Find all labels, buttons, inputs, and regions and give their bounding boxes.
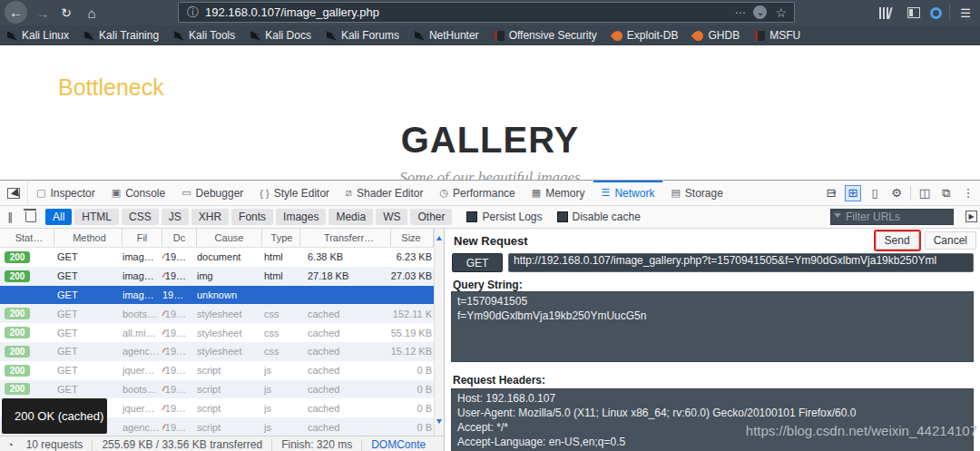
table-row[interactable]: 200GETimag…∕19…documenthtml6.38 KB6.23 K…: [0, 248, 444, 267]
bookmark-kali-forums[interactable]: Kali Forums: [327, 29, 399, 42]
table-row[interactable]: 200GETall.mi…∕19…stylesheetcsscached55.1…: [0, 323, 444, 342]
request-list-scrollbar[interactable]: [434, 229, 444, 436]
filter-chip-xhr[interactable]: XHR: [191, 209, 229, 225]
sidebars-button[interactable]: [904, 0, 924, 25]
domain-cell: ∕19…: [162, 380, 197, 399]
pick-element-button[interactable]: [0, 181, 28, 205]
persist-logs-toggle[interactable]: Persist Logs: [466, 211, 542, 223]
table-row[interactable]: 200GETimag…∕19…imghtml27.18 KB27.03 KB: [0, 267, 444, 286]
dock-to-bottom-button[interactable]: ⊟▾: [823, 185, 839, 201]
bookmark-offensive-security[interactable]: Offensive Security: [495, 29, 597, 42]
column-header-stat[interactable]: Stat…: [0, 229, 54, 247]
column-header-method[interactable]: Method: [54, 229, 122, 247]
send-button[interactable]: Send: [876, 231, 919, 250]
address-bar[interactable]: ⓘ 192.168.0.107/image_gallery.php ⋯ ⌄ ☆: [178, 2, 795, 23]
site-info-icon[interactable]: ⓘ: [187, 5, 199, 21]
query-string-textarea[interactable]: t=1570941505f=Ym90dGxlbmVja19kb250YmUucG…: [451, 291, 974, 362]
filter-chip-css[interactable]: CSS: [122, 209, 159, 225]
size-cell: 6.23 KB: [391, 248, 434, 267]
bookmark-kali-docs[interactable]: Kali Docs: [250, 29, 311, 42]
request-url-input[interactable]: http://192.168.0.107/image_gallery.php?t…: [508, 253, 974, 272]
tab-inspector[interactable]: ▢Inspector: [28, 181, 103, 205]
table-row[interactable]: 200GETagenc…∕19…stylesheetcsscached15.12…: [0, 342, 444, 361]
method-input[interactable]: GET: [452, 253, 503, 272]
bookmark-nethunter[interactable]: NetHunter: [415, 29, 479, 42]
site-brand-link[interactable]: Bottleneck: [58, 74, 164, 101]
library-button[interactable]: [876, 0, 896, 25]
bookmark-ghdb[interactable]: GHDB: [693, 29, 740, 42]
performance-analysis-button[interactable]: ◔: [0, 439, 17, 451]
column-header-transferr[interactable]: Transferr…: [300, 229, 391, 247]
request-headers-textarea[interactable]: Host: 192.168.0.107User-Agent: Mozilla/5…: [451, 388, 974, 451]
tab-network[interactable]: ☰Network: [593, 181, 663, 205]
file-cell: imag…: [122, 267, 162, 286]
status-cell: 200: [0, 323, 54, 342]
devtools-settings-button[interactable]: ⚙: [888, 185, 905, 201]
memory-icon: ▦: [532, 187, 541, 199]
column-header-cause[interactable]: Cause: [197, 229, 262, 247]
tab-style-editor[interactable]: { }Style Editor: [251, 181, 338, 205]
extension-button[interactable]: [926, 0, 946, 25]
table-row[interactable]: 200GETboots…∕19…stylesheetcsscached152.1…: [0, 304, 444, 323]
insecure-icon: ∕: [162, 346, 164, 357]
status-badge: 200: [5, 308, 30, 319]
filter-chip-fonts[interactable]: Fonts: [231, 209, 273, 225]
tab-memory[interactable]: ▦Memory: [524, 181, 593, 205]
table-row[interactable]: 200GETboots…∕19…scriptjscached0 B: [0, 380, 444, 399]
scroll-up-icon[interactable]: [436, 233, 442, 240]
type-cell: html: [262, 248, 300, 267]
bookmark-label: Kali Docs: [265, 29, 311, 42]
table-row[interactable]: 200GETjquer…∕19…scriptjscached0 B: [0, 361, 444, 380]
tab-performance[interactable]: ◷Performance: [431, 181, 523, 205]
column-header-dc[interactable]: Dc: [162, 229, 197, 247]
filter-chip-html[interactable]: HTML: [74, 209, 119, 225]
bookmark-star-icon[interactable]: ☆: [775, 5, 787, 20]
bookmark-msfu[interactable]: MSFU: [755, 29, 800, 42]
reload-button[interactable]: ↻: [56, 0, 76, 25]
method-cell: GET: [54, 380, 122, 399]
meatball-menu-button[interactable]: ⋮: [960, 185, 976, 201]
disable-cache-checkbox[interactable]: [557, 211, 568, 222]
bookmark-kali-tools[interactable]: Kali Tools: [174, 29, 235, 42]
pause-traffic-button[interactable]: ∥: [7, 211, 20, 223]
tab-console[interactable]: ▣Console: [103, 181, 173, 205]
tab-storage[interactable]: ▤Storage: [662, 181, 730, 205]
scroll-down-icon[interactable]: [436, 419, 442, 426]
clear-requests-button[interactable]: [25, 211, 36, 222]
filter-chip-all[interactable]: All: [45, 209, 72, 225]
column-header-size[interactable]: Size: [391, 229, 434, 247]
filter-chip-other[interactable]: Other: [410, 209, 452, 225]
har-export-button[interactable]: ▶: [965, 211, 977, 222]
responsive-mode-button[interactable]: ▯: [867, 185, 883, 201]
toolbar-separator: [949, 5, 950, 21]
pick-element-icon: [7, 188, 20, 199]
transferred-cell: [300, 286, 391, 305]
filter-chip-media[interactable]: Media: [328, 209, 373, 225]
page-actions-icon[interactable]: ⋯: [734, 6, 745, 19]
dock-to-side-button[interactable]: ◫: [916, 185, 933, 201]
tab-shader-editor[interactable]: ⧄Shader Editor: [338, 181, 431, 205]
split-console-button[interactable]: ⊞: [845, 185, 861, 201]
filter-urls-input[interactable]: [830, 209, 954, 225]
menu-button[interactable]: ☰: [955, 0, 976, 25]
bookmark-kali-linux[interactable]: Kali Linux: [7, 29, 69, 42]
filter-chip-images[interactable]: Images: [276, 209, 326, 225]
column-header-fil[interactable]: Fil: [122, 229, 162, 247]
back-button[interactable]: ←: [5, 1, 27, 24]
separate-window-button[interactable]: ⧉: [938, 185, 955, 201]
tab-debugger[interactable]: ▭Debugger: [173, 181, 251, 205]
bookmark-kali-training[interactable]: Kali Training: [84, 29, 159, 42]
bookmark-exploit-db[interactable]: Exploit-DB: [612, 29, 679, 42]
filter-chip-js[interactable]: JS: [162, 209, 189, 225]
pocket-icon[interactable]: ⌄: [753, 5, 767, 19]
column-header-type[interactable]: Type: [262, 229, 300, 247]
transferred-size: 255.69 KB / 33.56 KB transferred: [93, 439, 272, 451]
forward-button[interactable]: →: [33, 0, 53, 25]
cancel-button[interactable]: Cancel: [925, 231, 976, 250]
disable-cache-toggle[interactable]: Disable cache: [557, 211, 641, 223]
url-text[interactable]: 192.168.0.107/image_gallery.php: [205, 5, 734, 19]
persist-logs-checkbox[interactable]: [466, 211, 477, 222]
home-button[interactable]: ⌂: [82, 0, 102, 25]
filter-chip-ws[interactable]: WS: [376, 209, 407, 225]
table-row[interactable]: GETimag…19…unknown: [0, 286, 444, 305]
